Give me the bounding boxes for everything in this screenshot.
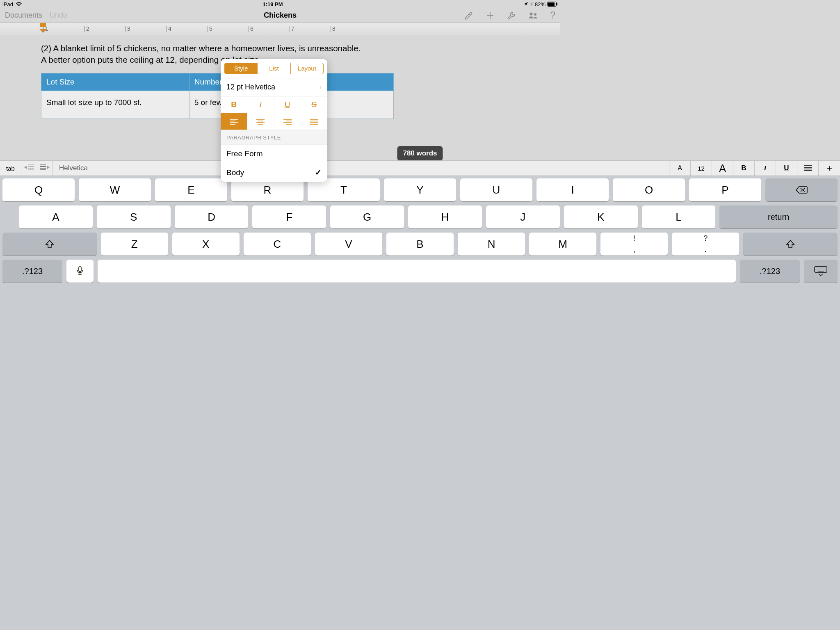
ruler-tick: 2 xyxy=(86,25,89,32)
underline-button[interactable]: U xyxy=(274,96,301,113)
spacebar-key[interactable] xyxy=(98,260,560,283)
align-right-button[interactable] xyxy=(274,113,301,130)
device-label: iPad xyxy=(2,1,13,7)
shift-key-left[interactable] xyxy=(2,233,97,256)
align-left-button[interactable] xyxy=(221,113,247,130)
indent-controls: .b line{stroke:#333} xyxy=(21,161,52,176)
table-row: Small lot size up to 7000 sf. 5 or fewer xyxy=(41,91,394,119)
bluetooth-icon xyxy=(530,1,533,7)
popover-segmented-control: Style List Layout xyxy=(224,63,324,74)
wifi-icon xyxy=(16,2,22,7)
ruler-tick: 1 xyxy=(45,25,48,32)
status-bar: iPad 1:19 PM 82% xyxy=(0,0,560,8)
bold-button[interactable]: B xyxy=(221,96,247,113)
key-m[interactable]: M xyxy=(529,233,560,256)
key-z[interactable]: Z xyxy=(101,233,168,256)
dictation-key[interactable] xyxy=(66,260,94,283)
key-n[interactable]: N xyxy=(458,233,525,256)
tab-layout[interactable]: Layout xyxy=(290,63,323,74)
word-count-badge[interactable]: 780 words xyxy=(397,146,443,161)
paragraph-line: (2) A blanket limit of 5 chickens, no ma… xyxy=(41,43,361,53)
wrench-icon[interactable] xyxy=(507,11,516,21)
battery-icon xyxy=(547,2,558,7)
key-v[interactable]: V xyxy=(315,233,382,256)
outdent-button[interactable] xyxy=(24,164,35,173)
numbers-key-left[interactable]: .?123 xyxy=(2,260,62,283)
style-free-form[interactable]: Free Form xyxy=(221,144,327,163)
key-b[interactable]: B xyxy=(386,233,454,256)
location-icon xyxy=(523,2,528,7)
document-area[interactable]: (2) A blanket limit of 5 chickens, no ma… xyxy=(0,35,560,420)
ruler[interactable]: 1 2 3 4 5 6 7 8 xyxy=(0,23,560,35)
table-header[interactable]: Lot Size xyxy=(41,73,189,91)
documents-button[interactable]: Documents xyxy=(5,11,42,20)
text-format-row: B I U S xyxy=(221,96,327,113)
format-brush-icon[interactable] xyxy=(464,11,474,21)
table-cell[interactable]: Small lot size up to 7000 sf. xyxy=(41,91,189,119)
key-a[interactable]: A xyxy=(19,205,93,228)
onscreen-keyboard: Q W E R T Y U I O P A S D F G H J K L re… xyxy=(0,176,560,420)
tab-key-button[interactable]: tab xyxy=(0,161,21,176)
key-y[interactable]: Y xyxy=(384,178,456,201)
tab-list[interactable]: List xyxy=(257,63,290,74)
key-q[interactable]: Q xyxy=(2,178,75,201)
checkmark-icon: ✓ xyxy=(315,168,322,177)
main-toolbar: Documents Undo Chickens ? xyxy=(0,8,560,23)
key-u[interactable]: U xyxy=(460,178,532,201)
style-body[interactable]: Body ✓ xyxy=(221,163,327,182)
help-icon[interactable]: ? xyxy=(550,10,555,21)
document-table[interactable]: Lot Size Number of Chickens Small lot si… xyxy=(41,73,394,119)
undo-button[interactable]: Undo xyxy=(50,11,67,20)
key-s[interactable]: S xyxy=(97,205,171,228)
format-popover: Style List Layout 12 pt Helvetica › B I … xyxy=(221,59,327,182)
key-c[interactable]: C xyxy=(244,233,311,256)
key-r[interactable]: R xyxy=(231,178,304,201)
key-w[interactable]: W xyxy=(79,178,151,201)
ruler-tick: 4 xyxy=(168,25,171,32)
add-icon[interactable] xyxy=(485,11,495,21)
key-d[interactable]: D xyxy=(175,205,249,228)
paragraph-style-label: PARAGRAPH STYLE xyxy=(221,130,327,144)
font-row[interactable]: 12 pt Helvetica › xyxy=(221,78,327,96)
ruler-tick: 3 xyxy=(127,25,130,32)
key-t[interactable]: T xyxy=(308,178,380,201)
indent-button[interactable]: .b line{stroke:#333} xyxy=(39,164,50,173)
chevron-right-icon: › xyxy=(319,83,322,91)
key-j[interactable]: J xyxy=(486,205,560,228)
svg-rect-2 xyxy=(557,3,557,5)
key-g[interactable]: G xyxy=(330,205,404,228)
ruler-tick: 6 xyxy=(250,25,253,32)
ruler-tick: 7 xyxy=(291,25,294,32)
key-i[interactable]: I xyxy=(536,178,560,201)
key-e[interactable]: E xyxy=(155,178,227,201)
svg-marker-23 xyxy=(24,166,27,169)
share-icon[interactable] xyxy=(528,11,539,21)
ruler-tick: 5 xyxy=(209,25,212,32)
status-time: 1:19 PM xyxy=(22,1,523,7)
svg-rect-39 xyxy=(79,267,81,272)
svg-rect-1 xyxy=(548,2,555,6)
align-justify-button[interactable] xyxy=(301,113,327,130)
key-h[interactable]: H xyxy=(408,205,482,228)
italic-button[interactable]: I xyxy=(247,96,274,113)
font-label: 12 pt Helvetica xyxy=(226,83,275,91)
key-f[interactable]: F xyxy=(252,205,326,228)
alignment-row xyxy=(221,113,327,130)
tab-style[interactable]: Style xyxy=(225,63,257,74)
align-center-button[interactable] xyxy=(247,113,274,130)
svg-point-6 xyxy=(534,13,536,16)
ruler-tick: 8 xyxy=(332,25,336,32)
strikethrough-button[interactable]: S xyxy=(301,96,327,113)
key-x[interactable]: X xyxy=(172,233,240,256)
svg-point-5 xyxy=(530,12,533,15)
svg-marker-32 xyxy=(47,166,50,169)
battery-percent: 82% xyxy=(535,1,546,7)
